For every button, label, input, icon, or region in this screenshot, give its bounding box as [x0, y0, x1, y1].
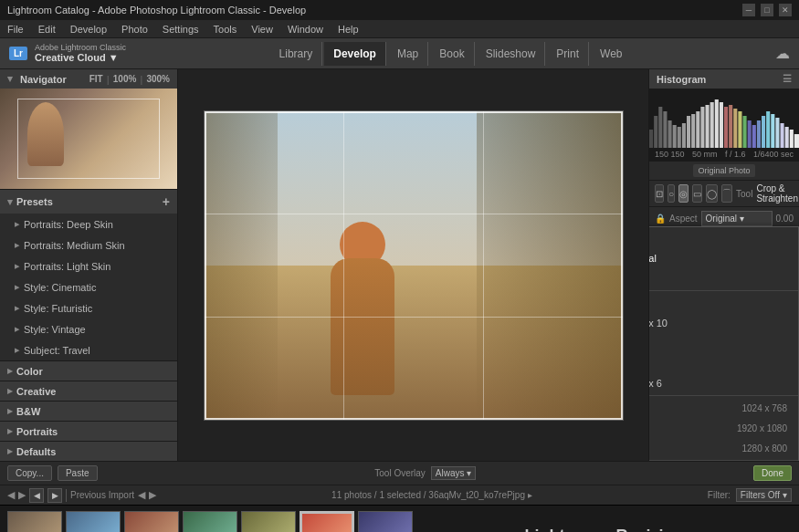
photo-plants-right	[477, 111, 623, 420]
filmstrip-thumb-3[interactable]	[124, 511, 179, 532]
filmstrip-thumb-6[interactable]	[300, 511, 354, 532]
bottom-toolbar: Copy... Paste Tool Overlay Always ▾ Done	[0, 461, 799, 485]
copy-button[interactable]: Copy...	[7, 465, 52, 481]
minimize-button[interactable]: ─	[742, 4, 755, 16]
menu-as-shot[interactable]: As Shot	[648, 227, 798, 247]
section-portraits: ▸ Portraits	[0, 421, 177, 441]
done-button[interactable]: Done	[753, 465, 792, 481]
svg-rect-24	[762, 116, 765, 148]
menu-settings[interactable]: Settings	[163, 24, 199, 35]
menu-file[interactable]: File	[7, 24, 24, 35]
menu-help[interactable]: Help	[338, 24, 359, 35]
svg-rect-28	[781, 123, 784, 148]
paste-button[interactable]: Paste	[58, 465, 98, 481]
tab-web[interactable]: Web	[591, 42, 631, 66]
thumb-bg-5	[242, 512, 295, 532]
nav-crop-rect	[17, 99, 159, 179]
filter-arrow-icon: ▾	[783, 490, 787, 500]
tool-overlay-dropdown[interactable]: Always ▾	[431, 466, 476, 480]
zoom-300-button[interactable]: 300%	[146, 74, 170, 84]
filmstrip-thumb-1[interactable]	[7, 511, 62, 532]
menu-photo[interactable]: Photo	[121, 24, 148, 35]
close-button[interactable]: ✕	[779, 4, 792, 16]
menu-tools[interactable]: Tools	[214, 24, 237, 35]
filmstrip-nav-right-icon: ▶	[18, 489, 26, 501]
tab-map[interactable]: Map	[388, 42, 428, 66]
menu-16x10[interactable]: 16 x 10 1280 x 800	[648, 438, 798, 458]
preset-style-vintage[interactable]: ▸ Style: Vintage	[0, 320, 177, 338]
tab-print[interactable]: Print	[547, 42, 589, 66]
preset-group-style-futuristic: ▸ Style: Futuristic	[0, 297, 177, 318]
lock-icon: 🔒	[655, 214, 666, 224]
aspect-dropdown[interactable]: Original ▾	[701, 211, 773, 226]
thumb-bg-2	[67, 512, 120, 532]
maximize-button[interactable]: □	[761, 4, 773, 16]
filmstrip-thumb-4[interactable]	[183, 511, 237, 532]
filmstrip-title: Lightroom: Resizing	[416, 527, 792, 532]
original-photo-button[interactable]: Original Photo	[693, 164, 754, 177]
creative-cloud-label[interactable]: Creative Cloud ▼	[35, 52, 126, 64]
filmstrip-thumb-2[interactable]	[66, 511, 121, 532]
aspect-value: Original ▾	[706, 214, 744, 224]
zoom-100-button[interactable]: 100%	[113, 74, 137, 84]
nav-prev-button[interactable]: ◀	[29, 488, 44, 503]
menu-custom[interactable]: Custom	[648, 268, 798, 288]
menu-4x3[interactable]: 4 x 3 1024 x 768	[648, 398, 798, 418]
presets-collapse-icon[interactable]: ▾	[7, 196, 13, 208]
tab-library[interactable]: Library	[270, 42, 323, 66]
tool-row: ⊡ ○ ◎ ▭ ◯ ⌒ Tool Crop & Straighten	[649, 181, 799, 207]
presets-add-icon[interactable]: +	[163, 194, 170, 209]
tool-brush-button[interactable]: ⌒	[721, 184, 732, 203]
tool-gradient-button[interactable]: ▭	[692, 184, 702, 203]
filter-dropdown[interactable]: Filters Off ▾	[736, 488, 792, 502]
svg-rect-23	[757, 120, 761, 148]
filename: 36aqMv_t20_ko7rePjpg ▸	[428, 490, 531, 500]
svg-rect-4	[668, 120, 672, 148]
menu-5x7[interactable]: 5 x 7	[648, 353, 798, 373]
thumb-bg-3	[125, 512, 178, 532]
svg-rect-10	[696, 111, 699, 148]
histogram-menu-icon[interactable]: ☰	[783, 73, 792, 85]
menu-85x11[interactable]: 8.5 x 11	[648, 333, 798, 353]
tab-book[interactable]: Book	[430, 42, 474, 66]
menu-1x1[interactable]: 1 x 1	[648, 293, 798, 313]
navigator-collapse-icon[interactable]: ▾	[7, 73, 13, 85]
menu-window[interactable]: Window	[288, 24, 323, 35]
tool-spot-button[interactable]: ○	[668, 184, 675, 203]
preset-portraits-deep[interactable]: ▸ Portraits: Deep Skin	[0, 215, 177, 233]
menu-original[interactable]: ✓ Original	[648, 247, 798, 268]
preset-portraits-light[interactable]: ▸ Portraits: Light Skin	[0, 257, 177, 275]
histogram-aperture: f / 1.6	[725, 150, 746, 159]
tab-slideshow[interactable]: Slideshow	[477, 42, 546, 66]
thumb-bg-4	[184, 512, 237, 532]
menu-edit[interactable]: Edit	[38, 24, 56, 35]
filmstrip-thumb-5[interactable]	[241, 511, 296, 532]
filmstrip-nav-controls: ◀ ▶ ◀ ▶ Previous Import ◀ ▶	[7, 488, 156, 503]
crop-section: 🔒 Aspect Original ▾ 0.00 As Shot ✓ Origi…	[649, 207, 799, 231]
presets-header[interactable]: ▾ Presets +	[0, 190, 177, 214]
section-portraits-header[interactable]: ▸ Portraits	[0, 422, 177, 441]
menu-4x5[interactable]: 4 x 5 / 8 x 10	[648, 313, 798, 333]
preset-portraits-medium[interactable]: ▸ Portraits: Medium Skin	[0, 236, 177, 254]
tool-radial-button[interactable]: ◯	[706, 184, 718, 203]
tool-redeye-button[interactable]: ◎	[678, 184, 689, 203]
menu-16x9[interactable]: 16 x 9 1920 x 1080	[648, 418, 798, 438]
section-defaults-header[interactable]: ▸ Defaults	[0, 442, 177, 461]
preset-subject-travel[interactable]: ▸ Subject: Travel	[0, 341, 177, 359]
nav-next-button[interactable]: ▶	[47, 488, 62, 503]
menu-2x3[interactable]: 2 x 3 / 4 x 6	[648, 373, 798, 393]
section-creative-header[interactable]: ▸ Creative	[0, 381, 177, 401]
chevron-icon: ▸	[15, 302, 20, 314]
section-color-header[interactable]: ▸ Color	[0, 361, 177, 381]
section-bw-header[interactable]: ▸ B&W	[0, 402, 177, 421]
tool-overlay-label: Tool Overlay	[374, 468, 426, 478]
filmstrip-thumb-7[interactable]	[358, 511, 413, 532]
fit-button[interactable]: FIT	[89, 74, 103, 84]
svg-rect-11	[700, 107, 704, 148]
preset-style-futuristic[interactable]: ▸ Style: Futuristic	[0, 299, 177, 317]
preset-style-cinematic[interactable]: ▸ Style: Cinematic	[0, 278, 177, 296]
tool-crop-button[interactable]: ⊡	[655, 184, 664, 203]
menu-view[interactable]: View	[251, 24, 273, 35]
tab-develop[interactable]: Develop	[324, 42, 386, 66]
menu-develop[interactable]: Develop	[70, 24, 107, 35]
